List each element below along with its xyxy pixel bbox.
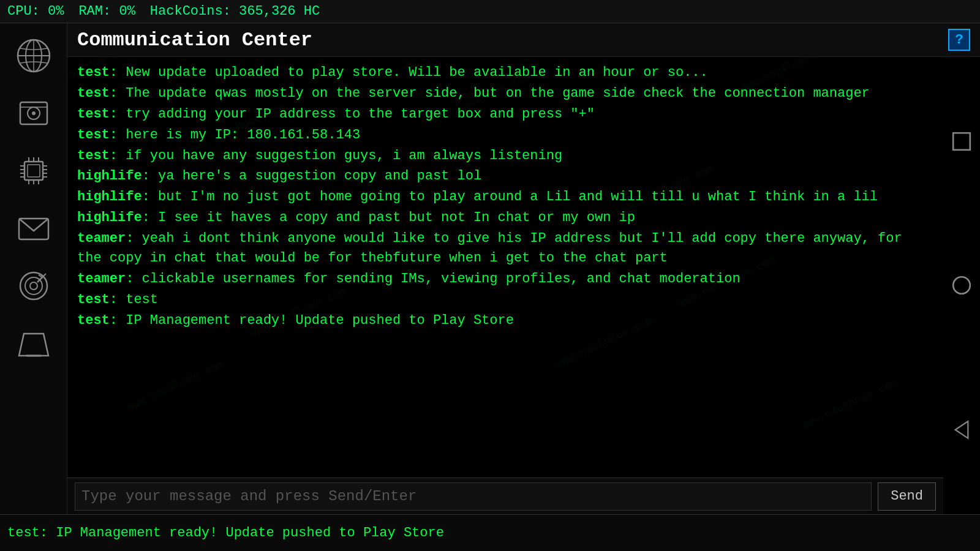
message-input[interactable] xyxy=(75,482,872,511)
svg-point-32 xyxy=(953,277,970,294)
chat-message: test: try adding your IP address to the … xyxy=(77,105,933,124)
bottom-status: test: IP Management ready! Update pushed… xyxy=(7,525,444,541)
sidebar-terminal[interactable] xyxy=(6,316,61,371)
chat-username[interactable]: test xyxy=(77,313,110,328)
chat-username[interactable]: teamer xyxy=(77,271,126,287)
ram-status: RAM: 0% xyxy=(78,4,135,19)
svg-point-27 xyxy=(30,282,37,290)
cpu-status: CPU: 0% xyxy=(7,4,64,19)
chat-message: test: test xyxy=(77,290,933,310)
chat-username[interactable]: highlife xyxy=(77,210,142,225)
chat-username[interactable]: highlife xyxy=(77,189,142,204)
chat-message: teamer: clickable usernames for sending … xyxy=(77,269,933,289)
svg-rect-31 xyxy=(953,133,970,150)
back-button[interactable] xyxy=(948,416,975,443)
sidebar-chip[interactable] xyxy=(6,143,61,198)
sidebar-globe[interactable] xyxy=(6,28,61,83)
chat-message: test: New update uploaded to play store.… xyxy=(77,63,933,83)
bottom-bar: test: IP Management ready! Update pushed… xyxy=(0,514,980,551)
chat-message: highlife: ya here's a suggestion copy an… xyxy=(77,167,933,186)
chat-username[interactable]: test xyxy=(77,107,110,122)
sidebar xyxy=(0,23,67,514)
chat-message: test: IP Management ready! Update pushed… xyxy=(77,311,933,331)
square-button[interactable] xyxy=(948,128,975,155)
right-controls xyxy=(943,57,980,514)
chat-username[interactable]: test xyxy=(77,148,110,163)
input-area: Send xyxy=(67,478,943,514)
chat-username[interactable]: test xyxy=(77,127,110,143)
chat-message: test: here is my IP: 180.161.58.143 xyxy=(77,126,933,145)
hackcoins-status: HackCoins: 365,326 HC xyxy=(150,4,320,19)
header: Communication Center ? xyxy=(67,23,980,57)
svg-point-6 xyxy=(32,111,36,115)
send-button[interactable]: Send xyxy=(878,482,936,511)
chat-username[interactable]: test xyxy=(77,65,110,80)
help-button[interactable]: ? xyxy=(948,29,970,51)
chat-message: highlife: but I'm no just got home going… xyxy=(77,187,933,207)
chat-area: test: New update uploaded to play store.… xyxy=(67,57,943,478)
chat-username[interactable]: highlife xyxy=(77,168,142,184)
sidebar-disc[interactable] xyxy=(6,86,61,141)
svg-rect-9 xyxy=(28,165,40,177)
svg-marker-33 xyxy=(956,421,968,438)
header-title: Communication Center xyxy=(77,29,312,51)
circle-button[interactable] xyxy=(948,272,975,299)
sidebar-target[interactable] xyxy=(6,258,61,313)
chat-username[interactable]: test xyxy=(77,86,110,101)
svg-marker-29 xyxy=(19,334,48,356)
chat-username[interactable]: test xyxy=(77,292,110,307)
chat-message: highlife: I see it haves a copy and past… xyxy=(77,208,933,228)
sidebar-mail[interactable] xyxy=(6,201,61,256)
chat-message: test: if you have any suggestion guys, i… xyxy=(77,146,933,166)
status-bar: CPU: 0% RAM: 0% HackCoins: 365,326 HC xyxy=(0,0,980,23)
chat-message: test: The update qwas mostly on the serv… xyxy=(77,84,933,103)
chat-message: teamer: yeah i dont think anyone would l… xyxy=(77,229,933,268)
chat-username[interactable]: teamer xyxy=(77,231,126,246)
